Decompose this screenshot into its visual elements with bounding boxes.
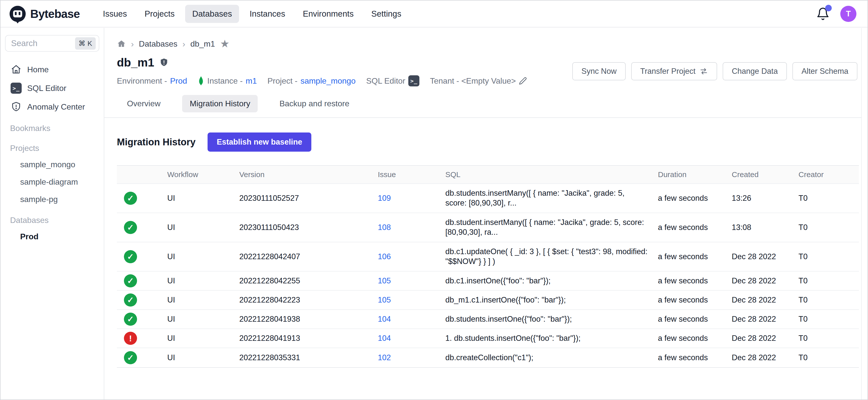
notification-dot bbox=[825, 5, 832, 11]
workflow-cell: UI bbox=[167, 276, 239, 285]
transfer-project-label: Transfer Project bbox=[640, 67, 695, 76]
created-cell: Dec 28 2022 bbox=[732, 276, 799, 285]
bytebase-logo-icon bbox=[9, 6, 26, 22]
table-row[interactable]: UI 20221228041938 104 db.students.insert… bbox=[117, 310, 859, 329]
duration-cell: a few seconds bbox=[658, 353, 732, 362]
col-duration: Duration bbox=[658, 170, 732, 179]
alter-schema-button[interactable]: Alter Schema bbox=[793, 62, 858, 80]
sync-now-button[interactable]: Sync Now bbox=[572, 62, 626, 80]
nav-item-settings[interactable]: Settings bbox=[364, 5, 408, 23]
chevron-right-icon: › bbox=[131, 39, 134, 49]
issue-link[interactable]: 105 bbox=[378, 296, 391, 304]
status-error-icon bbox=[124, 332, 137, 345]
environment-link[interactable]: Prod bbox=[170, 76, 187, 86]
sidebar-item-anomaly-center[interactable]: Anomaly Center bbox=[4, 97, 100, 116]
project-link[interactable]: sample_mongo bbox=[301, 76, 356, 86]
notifications-button[interactable] bbox=[816, 7, 830, 21]
top-nav: Bytebase Issues Projects Databases Insta… bbox=[0, 0, 868, 27]
nav-item-projects[interactable]: Projects bbox=[137, 5, 182, 23]
issue-link[interactable]: 105 bbox=[378, 276, 391, 285]
search-shortcut-badge: ⌘ K bbox=[75, 37, 96, 50]
avatar[interactable]: T bbox=[840, 6, 857, 22]
creator-cell: T0 bbox=[799, 223, 859, 232]
page-actions: Sync Now Transfer Project Change Data Al… bbox=[572, 62, 858, 80]
status-success-icon bbox=[124, 274, 137, 287]
sql-editor-label: SQL Editor bbox=[366, 76, 405, 86]
tab-overview[interactable]: Overview bbox=[119, 95, 168, 112]
workflow-cell: UI bbox=[167, 353, 239, 362]
duration-cell: a few seconds bbox=[658, 315, 732, 324]
table-row[interactable]: UI 20221228035331 102 db.createCollectio… bbox=[117, 348, 859, 367]
created-cell: Dec 28 2022 bbox=[732, 296, 799, 305]
sidebar-item-label: SQL Editor bbox=[27, 84, 66, 93]
sql-cell: db.createCollection("c1"); bbox=[445, 349, 658, 367]
sidebar-item-home[interactable]: Home bbox=[4, 60, 100, 79]
sidebar-project-sample-pg[interactable]: sample-pg bbox=[4, 191, 100, 208]
search-input[interactable]: Search ⌘ K bbox=[5, 35, 99, 52]
pencil-icon[interactable] bbox=[519, 77, 527, 85]
sidebar-section-projects: Projects bbox=[4, 136, 100, 156]
issue-link[interactable]: 109 bbox=[378, 194, 391, 203]
bookmark-star-icon[interactable]: ★ bbox=[220, 38, 229, 49]
breadcrumb-databases[interactable]: Databases bbox=[139, 39, 177, 49]
sidebar-section-databases: Databases bbox=[4, 208, 100, 228]
app-window: Bytebase Issues Projects Databases Insta… bbox=[0, 0, 868, 400]
status-success-icon bbox=[124, 192, 137, 205]
table-row[interactable]: UI 20230111052527 109 db.students.insert… bbox=[117, 184, 859, 213]
tab-backup-and-restore[interactable]: Backup and restore bbox=[272, 95, 357, 112]
created-cell: 13:08 bbox=[732, 223, 799, 232]
sidebar-database-prod[interactable]: Prod bbox=[4, 228, 100, 245]
shield-alert-icon bbox=[10, 101, 22, 112]
col-workflow: Workflow bbox=[167, 170, 239, 179]
creator-cell: T0 bbox=[799, 353, 859, 362]
transfer-project-button[interactable]: Transfer Project bbox=[631, 62, 717, 80]
table-row[interactable]: UI 20221228042223 105 db_m1.c1.insertOne… bbox=[117, 291, 859, 310]
issue-link[interactable]: 102 bbox=[378, 353, 391, 362]
issue-link[interactable]: 104 bbox=[378, 334, 391, 343]
col-creator: Creator bbox=[799, 170, 859, 179]
status-success-icon bbox=[124, 250, 137, 263]
change-data-button[interactable]: Change Data bbox=[723, 62, 787, 80]
issue-link[interactable]: 106 bbox=[378, 252, 391, 261]
table-row[interactable]: UI 20221228042255 105 db.c1.insertOne({"… bbox=[117, 272, 859, 291]
brand[interactable]: Bytebase bbox=[9, 6, 80, 22]
issue-link[interactable]: 108 bbox=[378, 223, 391, 232]
creator-cell: T0 bbox=[799, 276, 859, 285]
nav-item-environments[interactable]: Environments bbox=[296, 5, 361, 23]
table-row[interactable]: UI 20230111050423 108 db.student.insertM… bbox=[117, 213, 859, 242]
tenant-label: Tenant - <Empty Value> bbox=[430, 76, 516, 86]
home-breadcrumb-icon[interactable] bbox=[117, 39, 126, 49]
workflow-cell: UI bbox=[167, 194, 239, 203]
sql-cell: db.c1.insertOne({"foo": "bar"}); bbox=[445, 272, 658, 290]
version-cell: 20221228042223 bbox=[239, 296, 378, 305]
col-created: Created bbox=[732, 170, 799, 179]
search-placeholder: Search bbox=[11, 38, 75, 48]
mongodb-leaf-icon bbox=[198, 76, 204, 86]
breadcrumb-db-m1[interactable]: db_m1 bbox=[190, 39, 215, 49]
workflow-cell: UI bbox=[167, 315, 239, 324]
table-row[interactable]: UI 20221228042407 106 db.c1.updateOne( {… bbox=[117, 242, 859, 272]
nav-item-databases[interactable]: Databases bbox=[185, 5, 239, 23]
sidebar-project-sample-diagram[interactable]: sample-diagram bbox=[4, 173, 100, 191]
table-row[interactable]: UI 20221228041913 104 1. db.students.ins… bbox=[117, 329, 859, 348]
sql-cell: db.students.insertMany([ { name: "Jacika… bbox=[445, 184, 658, 212]
environment-label: Environment - bbox=[117, 76, 167, 86]
sidebar-project-sample-mongo[interactable]: sample_mongo bbox=[4, 156, 100, 173]
creator-cell: T0 bbox=[799, 252, 859, 261]
issue-link[interactable]: 104 bbox=[378, 315, 391, 324]
scrollbar-track[interactable] bbox=[861, 28, 868, 400]
sql-editor-terminal-icon[interactable]: >_ bbox=[408, 75, 420, 86]
nav-item-issues[interactable]: Issues bbox=[96, 5, 134, 23]
instance-link[interactable]: m1 bbox=[246, 76, 257, 86]
tab-migration-history[interactable]: Migration History bbox=[182, 95, 258, 112]
created-cell: Dec 28 2022 bbox=[732, 334, 799, 343]
establish-baseline-button[interactable]: Establish new baseline bbox=[208, 132, 311, 152]
primary-nav: Issues Projects Databases Instances Envi… bbox=[96, 5, 408, 23]
nav-item-instances[interactable]: Instances bbox=[243, 5, 292, 23]
sql-cell: db.students.insertOne({"foo": "bar"}); bbox=[445, 310, 658, 328]
sidebar-item-sql-editor[interactable]: >_ SQL Editor bbox=[4, 79, 100, 97]
workflow-cell: UI bbox=[167, 334, 239, 343]
created-cell: 13:26 bbox=[732, 194, 799, 203]
home-icon bbox=[10, 64, 22, 75]
version-cell: 20221228041913 bbox=[239, 334, 378, 343]
